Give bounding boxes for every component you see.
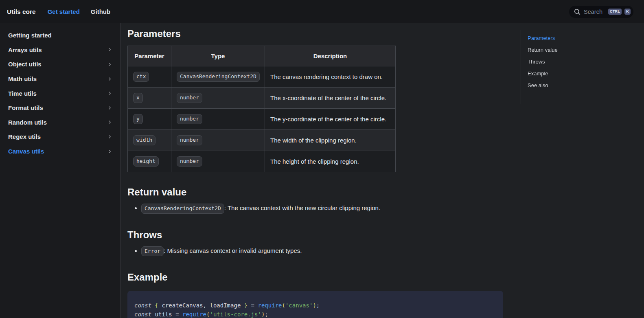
parameter-description: The width of the clipping region. [265,130,396,151]
sidebar-item-label: Math utils [8,75,37,82]
return-type-code: CanvasRenderingContext2D [141,204,224,214]
parameter-name-code: width [133,135,156,145]
parameters-heading: Parameters [127,27,503,40]
search-icon [574,8,581,15]
parameter-type-code: number [177,114,202,124]
parameter-name-code: y [133,114,143,124]
toc-item-return-value[interactable]: Return value [528,47,558,53]
sidebar-item-canvas-utils[interactable]: Canvas utils [0,144,120,159]
doc-content: Parameters Parameter Type Description ct… [121,23,503,318]
parameter-description: The canvas rendering context to draw on. [265,66,396,88]
parameter-type-code: number [177,93,202,103]
sidebar-item-getting-started[interactable]: Getting started [0,28,120,43]
toc-item-parameters[interactable]: Parameters [528,35,558,42]
throws-list: Error: Missing canvas context or invalid… [127,246,503,257]
parameter-description: The x-coordinate of the center of the ci… [265,88,396,109]
nav-link-github[interactable]: Github [91,8,110,15]
sidebar-item-label: Getting started [8,32,52,39]
parameter-description: The y-coordinate of the center of the ci… [265,109,396,130]
chevron-right-icon [107,149,112,154]
table-row: width number The width of the clipping r… [128,130,396,151]
sidebar-item-regex-utils[interactable]: Regex utils [0,129,120,144]
chevron-right-icon [107,134,112,139]
sidebar-item-math-utils[interactable]: Math utils [0,72,120,86]
chevron-right-icon [107,77,112,81]
search-label: Search [584,9,605,15]
parameters-table: Parameter Type Description ctx CanvasRen… [127,46,396,172]
sidebar-item-label: Canvas utils [8,148,44,155]
return-value-heading: Return value [127,186,503,198]
example-code-block: const { createCanvas, loadImage } = requ… [127,291,503,318]
chevron-right-icon [107,105,112,110]
parameter-description: The height of the clipping region. [265,151,396,172]
brand-link[interactable]: Utils core [7,8,36,15]
code-line: const { createCanvas, loadImage } = requ… [134,301,496,310]
column-header-type: Type [171,46,265,66]
sidebar-nav: Getting started Arrays utils Object util… [0,23,121,318]
parameter-name-code: ctx [133,72,149,82]
chevron-right-icon [107,62,112,67]
sidebar-item-object-utils[interactable]: Object utils [0,57,120,72]
example-heading: Example [127,271,503,283]
table-row: y number The y-coordinate of the center … [128,109,396,130]
sidebar-list: Getting started Arrays utils Object util… [0,28,120,158]
sidebar-item-label: Random utils [8,119,47,126]
kbd-ctrl-badge: CTRL [608,9,622,15]
sidebar-item-label: Regex utils [8,133,41,140]
table-row: ctx CanvasRenderingContext2D The canvas … [128,66,396,88]
table-row: x number The x-coordinate of the center … [128,88,396,109]
sidebar-item-arrays-utils[interactable]: Arrays utils [0,43,120,57]
throws-heading: Throws [127,228,503,241]
return-value-item: CanvasRenderingContext2D: The canvas con… [141,203,503,214]
top-navbar: Utils core Get started Github Search CTR… [0,0,644,23]
column-header-parameter: Parameter [128,46,171,66]
toc-list: Parameters Return value Throws Example S… [528,35,558,89]
sidebar-item-label: Arrays utils [8,46,42,53]
kbd-k-badge: K [624,9,631,15]
nav-link-get-started[interactable]: Get started [48,8,80,15]
sidebar-item-label: Format utils [8,104,43,111]
parameter-type-code: CanvasRenderingContext2D [177,72,260,82]
return-value-list: CanvasRenderingContext2D: The canvas con… [127,203,503,214]
chevron-right-icon [107,120,112,125]
sidebar-item-random-utils[interactable]: Random utils [0,115,120,130]
chevron-right-icon [107,47,112,52]
parameter-name-code: height [133,156,159,167]
parameter-type-code: number [177,135,202,145]
parameter-name-code: x [133,93,143,103]
code-line: const utils = require('utils-core.js'); [134,310,496,318]
column-header-description: Description [265,46,396,66]
table-header-row: Parameter Type Description [128,46,396,66]
throws-item: Error: Missing canvas context or invalid… [141,246,503,257]
sidebar-item-time-utils[interactable]: Time utils [0,86,120,101]
sidebar-item-label: Object utils [8,61,42,68]
table-row: height number The height of the clipping… [128,151,396,172]
sidebar-item-label: Time utils [8,90,37,97]
toc-item-throws[interactable]: Throws [528,59,558,65]
return-value-text: : The canvas context with the new circul… [224,204,380,211]
sidebar-item-format-utils[interactable]: Format utils [0,101,120,115]
parameter-type-code: number [177,156,202,167]
chevron-right-icon [107,91,112,96]
on-this-page-toc: Parameters Return value Throws Example S… [521,30,558,104]
throws-text: : Missing canvas context or invalid argu… [164,247,302,254]
toc-item-see-also[interactable]: See also [528,82,558,89]
nav-links: Get started Github [48,8,111,15]
search-button[interactable]: Search CTRL K [569,6,633,18]
toc-item-example[interactable]: Example [528,70,558,77]
throws-type-code: Error [141,246,164,257]
